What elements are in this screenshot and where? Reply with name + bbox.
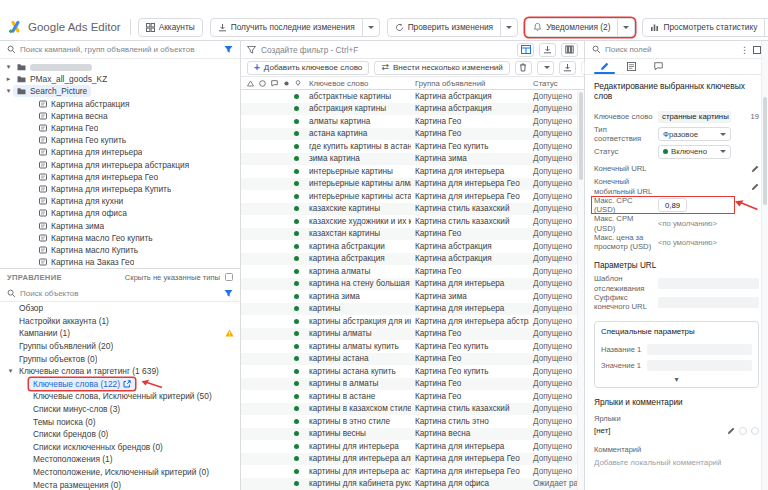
table-row[interactable]: картины для интерьера алматы Картина для… bbox=[241, 453, 584, 466]
management-item[interactable]: Группы объявлений (20) bbox=[0, 340, 240, 353]
panel-scrollbar[interactable] bbox=[761, 41, 768, 490]
pencil-icon[interactable] bbox=[751, 183, 759, 191]
tree-item[interactable]: Картина весна bbox=[0, 110, 240, 122]
management-item[interactable]: Местоположения (1) bbox=[0, 453, 240, 466]
management-item[interactable]: Списки минус-слов (3) bbox=[0, 403, 240, 416]
table-row[interactable]: картины алматы купить Картина Гео купить… bbox=[241, 340, 584, 353]
add-keyword-button[interactable]: + Добавить ключевое слово bbox=[247, 61, 369, 75]
remove-label-icon[interactable] bbox=[751, 427, 759, 435]
expand-arrow-icon[interactable] bbox=[4, 63, 13, 71]
management-item[interactable]: Списки брендов (0) bbox=[0, 428, 240, 441]
table-row[interactable]: картина алматы Картина Гео Допущено bbox=[241, 265, 584, 278]
get-changes-button[interactable]: Получить последние изменения bbox=[210, 18, 380, 37]
columns-button[interactable] bbox=[561, 43, 578, 57]
management-item[interactable]: Места размещения (0) bbox=[0, 478, 240, 490]
management-item[interactable]: Группы объектов (0) bbox=[0, 352, 240, 365]
max-cpv-value[interactable]: <по умолчанию> bbox=[658, 238, 717, 247]
table-row[interactable]: картины для интерьера Картина для интерь… bbox=[241, 440, 584, 453]
alert-triangle-icon[interactable] bbox=[247, 80, 254, 87]
tree-item[interactable]: Картина зима bbox=[0, 219, 240, 231]
campaign-search-input[interactable] bbox=[20, 45, 220, 54]
export-button[interactable] bbox=[539, 43, 556, 57]
expand-arrow-icon[interactable] bbox=[4, 75, 13, 83]
tree-item[interactable]: Картина абстракция bbox=[0, 98, 240, 110]
external-link-icon[interactable] bbox=[123, 380, 131, 388]
table-row[interactable]: картины весны Картина весна Допущено bbox=[241, 428, 584, 441]
table-row[interactable]: картины астана купить Картина Гео купить… bbox=[241, 365, 584, 378]
tab-attributes[interactable] bbox=[618, 62, 645, 74]
comment-icon[interactable] bbox=[271, 80, 278, 87]
custom-value-1-input[interactable] bbox=[647, 360, 752, 371]
pencil-icon[interactable] bbox=[751, 165, 759, 173]
table-row[interactable]: картины в казахском стиле Картина стиль … bbox=[241, 403, 584, 416]
table-view-button[interactable] bbox=[517, 43, 534, 57]
table-scrollbar-thumb[interactable] bbox=[579, 92, 583, 180]
management-item[interactable]: Кампании (1) bbox=[0, 327, 240, 340]
tree-item[interactable]: Картина для интерьера абстракция bbox=[0, 159, 240, 171]
table-row[interactable]: картины Картина для интерьера Допущено bbox=[241, 303, 584, 316]
table-row[interactable]: картина абстракция Картина абстракция До… bbox=[241, 253, 584, 266]
add-label-icon[interactable] bbox=[739, 427, 747, 435]
get-changes-dropdown[interactable] bbox=[362, 19, 379, 36]
view-stats-button[interactable]: Просмотреть статистику bbox=[642, 18, 768, 37]
management-item[interactable]: Ключевые слова (122) bbox=[0, 378, 240, 391]
final-url-suffix-input[interactable] bbox=[658, 297, 759, 308]
expand-arrow-icon[interactable] bbox=[4, 87, 13, 95]
column-header-status[interactable]: Статус bbox=[529, 79, 577, 88]
filter-icon[interactable] bbox=[224, 289, 233, 298]
table-row[interactable]: астана картина Картина Гео Допущено bbox=[241, 128, 584, 141]
custom-name-1-input[interactable] bbox=[647, 344, 752, 355]
table-row[interactable]: интерьерные картины алматы Картина для и… bbox=[241, 178, 584, 191]
tree-item[interactable]: Search_Picture bbox=[0, 85, 240, 97]
tree-item[interactable]: Картина для кухни bbox=[0, 195, 240, 207]
table-row[interactable]: зима картина Картина зима Допущено bbox=[241, 153, 584, 166]
tab-edit[interactable] bbox=[591, 62, 618, 74]
table-row[interactable]: картины для кабинета руководителя Картин… bbox=[241, 478, 584, 490]
accounts-button[interactable]: Аккаунты bbox=[138, 18, 203, 37]
table-row[interactable]: картина зима Картина зима Допущено bbox=[241, 290, 584, 303]
table-row[interactable]: картины абстракция для интерьера Картина… bbox=[241, 315, 584, 328]
expand-more-icon[interactable]: ▾ bbox=[601, 373, 752, 385]
tree-item[interactable]: Картина для интерьера Купить bbox=[0, 183, 240, 195]
status-circle-icon[interactable] bbox=[259, 80, 266, 87]
management-item[interactable]: Списки исключенных брендов (0) bbox=[0, 441, 240, 454]
table-row[interactable]: картина на стену большая Картина для инт… bbox=[241, 278, 584, 291]
table-row[interactable]: абстракция картины Картина абстракция До… bbox=[241, 103, 584, 116]
check-changes-dropdown[interactable] bbox=[500, 19, 517, 36]
max-cpm-value[interactable]: <по умолчанию> bbox=[658, 219, 717, 228]
tree-item[interactable]: Картина Гео bbox=[0, 122, 240, 134]
management-item[interactable]: Местоположение, Исключенный критерий (0) bbox=[0, 466, 240, 479]
tree-item[interactable]: Картина масло Гео купить bbox=[0, 232, 240, 244]
panel-layout-icon[interactable] bbox=[753, 46, 761, 54]
kebab-menu-icon[interactable]: ⋮ bbox=[740, 45, 749, 55]
filter-icon[interactable] bbox=[224, 45, 233, 54]
bulk-edit-button[interactable]: ⇄ Внести несколько изменений bbox=[374, 61, 510, 75]
table-row[interactable]: интерьерные картины астана Картина для и… bbox=[241, 190, 584, 203]
table-row[interactable]: интерьерные картины Картина для интерьер… bbox=[241, 165, 584, 178]
table-row[interactable]: казахстан картины Картина Гео Допущено bbox=[241, 228, 584, 241]
tree-item[interactable]: Account bbox=[0, 61, 240, 73]
object-search-input[interactable] bbox=[20, 289, 220, 298]
table-row[interactable]: картина абстракции Картина абстракция До… bbox=[241, 240, 584, 253]
panel-scrollbar-thumb[interactable] bbox=[763, 97, 767, 205]
tab-comments[interactable] bbox=[645, 62, 672, 74]
tree-item[interactable]: Картина масло Купить bbox=[0, 244, 240, 256]
keyword-value[interactable]: странные картины bbox=[658, 111, 731, 123]
table-scrollbar[interactable] bbox=[577, 90, 584, 490]
max-cpc-input[interactable]: 0,89 bbox=[658, 198, 687, 212]
tree-item[interactable]: PMax_all_goods_KZ bbox=[0, 73, 240, 85]
idea-icon[interactable] bbox=[295, 80, 301, 87]
tree-item[interactable]: Картина для офиса bbox=[0, 207, 240, 219]
delete-button[interactable] bbox=[515, 61, 532, 75]
column-header-keyword[interactable]: Ключевое слово bbox=[305, 79, 411, 88]
hide-types-checkbox[interactable] bbox=[225, 273, 233, 281]
field-search-input[interactable] bbox=[605, 45, 736, 54]
table-row[interactable]: где купить картины в астане Картина Гео … bbox=[241, 140, 584, 153]
pencil-icon[interactable] bbox=[727, 427, 735, 435]
management-item[interactable]: Темы поиска (0) bbox=[0, 415, 240, 428]
expand-arrow-icon[interactable] bbox=[6, 367, 15, 375]
table-row[interactable]: картины в алматы Картина Гео Допущено bbox=[241, 378, 584, 391]
view-stats-dropdown[interactable] bbox=[764, 19, 768, 36]
table-row[interactable]: картины алматы Картина Гео Допущено bbox=[241, 328, 584, 341]
notifications-dropdown[interactable] bbox=[617, 19, 634, 36]
